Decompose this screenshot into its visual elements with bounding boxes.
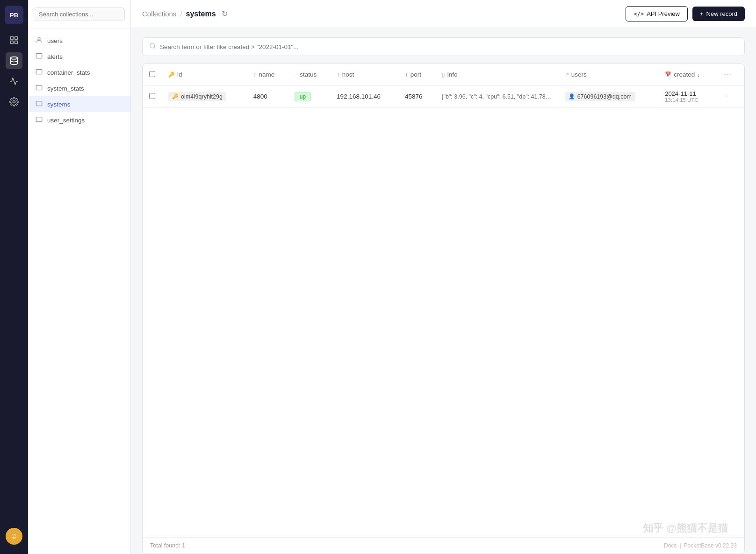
port-type-icon: T — [405, 72, 408, 78]
cell-id: 🔑 oim4I9qryhit29g — [162, 85, 247, 108]
new-record-button[interactable]: + New record — [692, 7, 745, 21]
svg-rect-10 — [36, 101, 42, 106]
row-checkbox-cell — [143, 85, 162, 108]
sidebar-item-system-stats[interactable]: system_stats — [28, 80, 130, 96]
sidebar-item-label-user-settings: user_settings — [47, 117, 85, 124]
cell-created: 2024-11-11 13:14:15 UTC — [658, 85, 716, 108]
svg-rect-9 — [36, 85, 42, 90]
svg-point-6 — [38, 38, 40, 40]
user-ref-icon: 👤 — [569, 93, 575, 99]
row-checkbox[interactable] — [149, 93, 155, 99]
data-table: 🔑 id T name — [143, 64, 744, 108]
data-table-container: 🔑 id T name — [142, 64, 745, 554]
code-icon: </> — [634, 11, 644, 17]
sidebar-item-label-users: users — [47, 37, 63, 44]
col-label-id: id — [177, 71, 182, 78]
sidebar-item-systems[interactable]: systems — [28, 96, 130, 112]
svg-point-4 — [11, 57, 18, 59]
search-bar — [142, 37, 745, 56]
table-row[interactable]: 🔑 oim4I9qryhit29g 4800 up 192.168.101.46… — [143, 85, 744, 108]
breadcrumb-collections-link[interactable]: Collections — [142, 10, 176, 18]
user-badge: 👤 676096193@qq.com — [565, 92, 635, 101]
sidebar-item-user-settings[interactable]: user_settings — [28, 112, 130, 128]
table-wrapper: 🔑 id T name — [143, 64, 744, 537]
sidebar: users alerts container_stats system_stat… — [28, 0, 131, 554]
info-type-icon: {} — [441, 72, 445, 78]
col-header-status: ≡ status — [288, 64, 330, 85]
col-label-info: info — [447, 71, 458, 78]
cell-host: 192.168.101.46 — [330, 85, 398, 108]
table-header-row: 🔑 id T name — [143, 64, 744, 85]
sidebar-item-users[interactable]: users — [28, 33, 130, 49]
users-col-type-icon: ↗ — [565, 71, 569, 78]
alerts-icon — [36, 52, 43, 61]
col-header-name: T name — [247, 64, 288, 85]
col-header-info: {} info — [435, 64, 558, 85]
sidebar-item-container-stats[interactable]: container_stats — [28, 64, 130, 80]
system-stats-icon — [36, 84, 43, 92]
total-found: Total found: 1 — [150, 542, 185, 549]
select-all-checkbox[interactable] — [149, 71, 155, 77]
user-avatar[interactable]: ☺ — [6, 528, 22, 545]
app-logo[interactable]: PB — [5, 6, 23, 24]
nav-icon-analytics[interactable] — [6, 73, 22, 90]
docs-link[interactable]: Docs — [664, 542, 677, 549]
sidebar-item-label-system-stats: system_stats — [47, 85, 84, 92]
col-label-users: users — [571, 71, 587, 78]
row-arrow-icon[interactable]: → — [722, 92, 729, 99]
col-header-users: ↗ users — [558, 64, 659, 85]
table-footer: Total found: 1 Docs | PocketBase v0.22.2… — [143, 537, 744, 554]
sort-desc-icon: ↓ — [697, 72, 700, 78]
cell-row-action: → — [716, 85, 744, 104]
cell-info: {"b": 3.96, "c": 4, "cpu": 6.51, "dp": 4… — [435, 85, 558, 108]
api-preview-label: API Preview — [647, 10, 680, 17]
col-header-port: T port — [398, 64, 435, 85]
sidebar-item-label-container-stats: container_stats — [47, 69, 90, 76]
col-header-id: 🔑 id — [162, 64, 247, 85]
svg-point-5 — [13, 101, 15, 103]
sidebar-item-label-alerts: alerts — [47, 53, 63, 60]
svg-rect-2 — [11, 41, 14, 44]
search-collections-input[interactable] — [34, 7, 125, 21]
id-type-icon: 🔑 — [168, 71, 175, 78]
systems-icon — [36, 100, 43, 108]
name-type-icon: T — [253, 72, 257, 78]
more-options-icon[interactable]: ··· — [722, 70, 733, 79]
col-label-host: host — [342, 71, 354, 78]
nav-icon-database[interactable] — [6, 52, 22, 69]
host-type-icon: T — [337, 72, 340, 78]
svg-point-12 — [150, 43, 155, 48]
refresh-icon[interactable]: ↻ — [222, 9, 228, 18]
breadcrumb-current: systems — [186, 10, 216, 18]
user-settings-icon — [36, 116, 43, 124]
icon-bar: PB ☺ — [0, 0, 28, 554]
col-label-name: name — [259, 71, 275, 78]
nav-icon-collections[interactable] — [6, 32, 22, 49]
select-all-header — [143, 64, 162, 85]
svg-rect-0 — [11, 37, 14, 40]
svg-rect-1 — [15, 37, 18, 40]
table-search-input[interactable] — [160, 43, 738, 50]
sidebar-item-label-systems: systems — [47, 101, 71, 108]
table-body: 🔑 oim4I9qryhit29g 4800 up 192.168.101.46… — [143, 85, 744, 108]
api-preview-button[interactable]: </> API Preview — [626, 6, 688, 21]
cell-status: up — [288, 85, 330, 108]
sidebar-item-alerts[interactable]: alerts — [28, 49, 130, 64]
status-badge: up — [295, 92, 311, 101]
nav-icon-settings[interactable] — [6, 93, 22, 110]
status-type-icon: ≡ — [295, 72, 297, 78]
sidebar-search-area — [28, 0, 130, 29]
new-record-label: New record — [706, 10, 737, 17]
users-icon — [36, 36, 43, 45]
svg-rect-7 — [36, 54, 42, 58]
breadcrumb: Collections / systems ↻ — [142, 9, 228, 18]
col-label-created: created — [674, 71, 695, 78]
created-type-icon: 📅 — [665, 71, 671, 78]
header: Collections / systems ↻ </> API Preview … — [131, 0, 756, 28]
key-icon: 🔑 — [172, 93, 179, 99]
id-badge: 🔑 oim4I9qryhit29g — [168, 92, 226, 101]
col-header-created[interactable]: 📅 created ↓ — [658, 64, 716, 85]
cell-port: 45876 — [398, 85, 435, 108]
version-label: PocketBase v0.22.23 — [684, 542, 737, 549]
footer-separator: | — [679, 542, 681, 549]
